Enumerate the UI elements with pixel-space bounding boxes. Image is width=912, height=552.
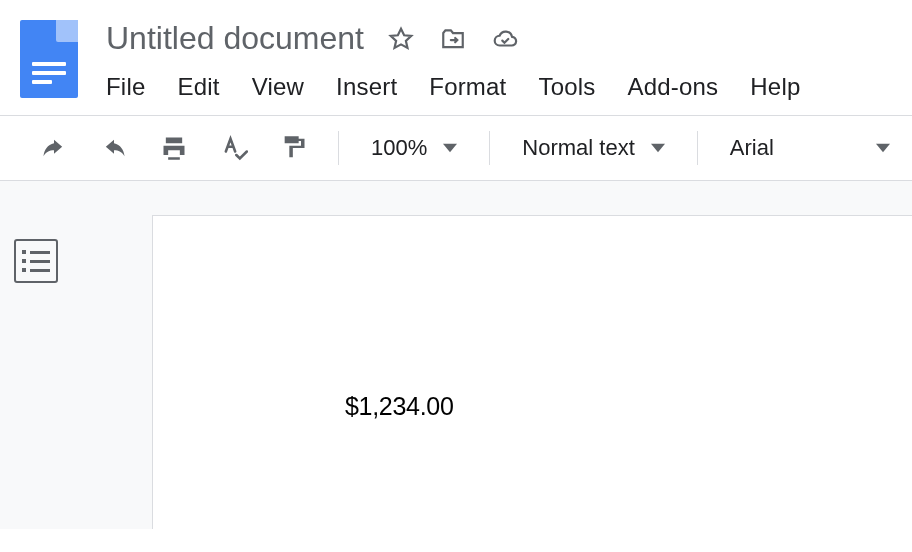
title-row: Untitled document [106, 12, 896, 57]
menu-file[interactable]: File [106, 73, 145, 101]
toolbar-separator [489, 131, 490, 165]
document-title[interactable]: Untitled document [106, 20, 364, 57]
document-page[interactable]: $1,234.00 [152, 215, 912, 529]
title-action-icons [388, 26, 518, 52]
header: Untitled document [0, 0, 912, 101]
toolbar: 100% Normal text Arial [0, 115, 912, 181]
paragraph-style-value: Normal text [522, 135, 634, 161]
toolbar-separator [697, 131, 698, 165]
paint-format-button[interactable] [276, 130, 312, 166]
document-body-text[interactable]: $1,234.00 [345, 392, 912, 421]
toolbar-separator [338, 131, 339, 165]
chevron-down-icon [443, 135, 457, 161]
menu-format[interactable]: Format [429, 73, 506, 101]
editor-canvas: $1,234.00 [0, 181, 912, 529]
paragraph-style-dropdown[interactable]: Normal text [516, 135, 670, 161]
menu-view[interactable]: View [252, 73, 304, 101]
cloud-status-icon[interactable] [492, 26, 518, 52]
chevron-down-icon [876, 135, 890, 161]
spellcheck-button[interactable] [216, 130, 252, 166]
undo-button[interactable] [36, 130, 72, 166]
menu-edit[interactable]: Edit [177, 73, 219, 101]
redo-button[interactable] [96, 130, 132, 166]
font-value: Arial [730, 135, 774, 161]
docs-logo[interactable] [20, 20, 78, 98]
font-dropdown[interactable]: Arial [724, 135, 896, 161]
zoom-dropdown[interactable]: 100% [365, 135, 463, 161]
menu-insert[interactable]: Insert [336, 73, 397, 101]
zoom-value: 100% [371, 135, 427, 161]
left-rail [0, 181, 72, 529]
title-area: Untitled document [106, 12, 896, 101]
document-outline-button[interactable] [14, 239, 58, 283]
star-icon[interactable] [388, 26, 414, 52]
chevron-down-icon [651, 135, 665, 161]
menu-tools[interactable]: Tools [538, 73, 595, 101]
menu-help[interactable]: Help [750, 73, 800, 101]
print-button[interactable] [156, 130, 192, 166]
menu-bar: File Edit View Insert Format Tools Add-o… [106, 57, 896, 101]
move-icon[interactable] [440, 26, 466, 52]
menu-addons[interactable]: Add-ons [628, 73, 719, 101]
